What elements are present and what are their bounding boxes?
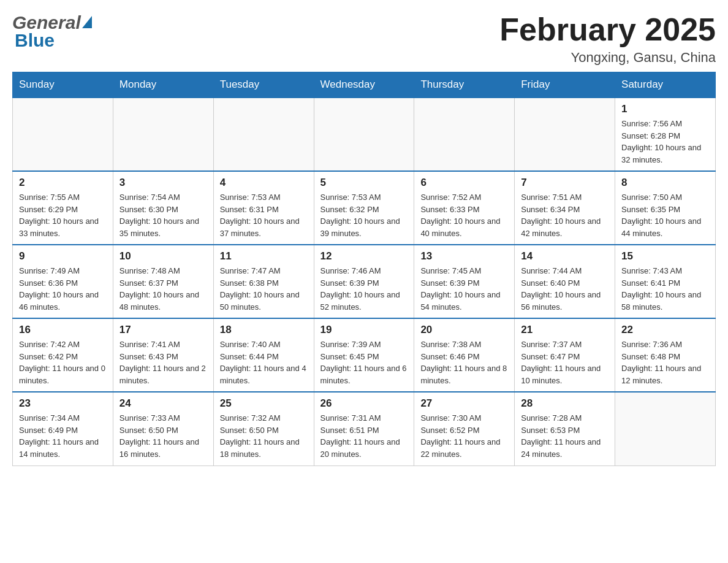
calendar-cell: 17Sunrise: 7:41 AM Sunset: 6:43 PM Dayli…: [113, 318, 213, 392]
title-block: February 2025 Yongxing, Gansu, China: [499, 12, 716, 66]
calendar-cell: 16Sunrise: 7:42 AM Sunset: 6:42 PM Dayli…: [13, 318, 113, 392]
day-number: 20: [420, 324, 508, 336]
calendar-cell: [515, 98, 615, 171]
day-number: 15: [621, 250, 709, 262]
calendar-cell: 25Sunrise: 7:32 AM Sunset: 6:50 PM Dayli…: [213, 392, 314, 465]
calendar-cell: 15Sunrise: 7:43 AM Sunset: 6:41 PM Dayli…: [615, 245, 716, 318]
calendar-cell: 3Sunrise: 7:54 AM Sunset: 6:30 PM Daylig…: [113, 171, 213, 245]
day-number: 16: [19, 324, 107, 336]
calendar-cell: [314, 98, 414, 171]
logo-triangle-icon: [82, 16, 92, 28]
day-number: 17: [119, 324, 207, 336]
day-info: Sunrise: 7:45 AM Sunset: 6:39 PM Dayligh…: [420, 265, 508, 313]
day-of-week-header: Sunday: [13, 72, 113, 98]
calendar-cell: 6Sunrise: 7:52 AM Sunset: 6:33 PM Daylig…: [414, 171, 515, 245]
day-info: Sunrise: 7:34 AM Sunset: 6:49 PM Dayligh…: [19, 412, 107, 460]
day-info: Sunrise: 7:50 AM Sunset: 6:35 PM Dayligh…: [621, 191, 709, 239]
calendar-cell: 14Sunrise: 7:44 AM Sunset: 6:40 PM Dayli…: [515, 245, 615, 318]
calendar-cell: 7Sunrise: 7:51 AM Sunset: 6:34 PM Daylig…: [515, 171, 615, 245]
subtitle: Yongxing, Gansu, China: [499, 50, 716, 66]
day-info: Sunrise: 7:44 AM Sunset: 6:40 PM Dayligh…: [521, 265, 609, 313]
main-title: February 2025: [499, 12, 716, 47]
logo: General Blue: [12, 12, 92, 51]
day-number: 27: [420, 397, 508, 410]
day-info: Sunrise: 7:39 AM Sunset: 6:45 PM Dayligh…: [320, 339, 408, 386]
day-info: Sunrise: 7:55 AM Sunset: 6:29 PM Dayligh…: [19, 191, 107, 239]
day-number: 22: [621, 324, 709, 336]
day-info: Sunrise: 7:42 AM Sunset: 6:42 PM Dayligh…: [19, 339, 107, 386]
day-number: 25: [220, 397, 308, 410]
day-info: Sunrise: 7:48 AM Sunset: 6:37 PM Dayligh…: [119, 265, 207, 313]
day-info: Sunrise: 7:38 AM Sunset: 6:46 PM Dayligh…: [420, 339, 508, 386]
calendar-cell: [615, 392, 716, 465]
calendar-week-row: 1Sunrise: 7:56 AM Sunset: 6:28 PM Daylig…: [13, 98, 716, 171]
day-number: 13: [420, 250, 508, 262]
calendar-cell: 2Sunrise: 7:55 AM Sunset: 6:29 PM Daylig…: [13, 171, 113, 245]
calendar-cell: [213, 98, 314, 171]
calendar-cell: 10Sunrise: 7:48 AM Sunset: 6:37 PM Dayli…: [113, 245, 213, 318]
day-info: Sunrise: 7:33 AM Sunset: 6:50 PM Dayligh…: [119, 412, 207, 460]
day-info: Sunrise: 7:47 AM Sunset: 6:38 PM Dayligh…: [220, 265, 308, 313]
day-info: Sunrise: 7:36 AM Sunset: 6:48 PM Dayligh…: [621, 339, 709, 386]
day-number: 3: [119, 177, 207, 189]
calendar-cell: 19Sunrise: 7:39 AM Sunset: 6:45 PM Dayli…: [314, 318, 414, 392]
day-info: Sunrise: 7:41 AM Sunset: 6:43 PM Dayligh…: [119, 339, 207, 386]
day-number: 28: [521, 397, 609, 410]
calendar-cell: 9Sunrise: 7:49 AM Sunset: 6:36 PM Daylig…: [13, 245, 113, 318]
day-number: 24: [119, 397, 207, 410]
calendar-week-row: 2Sunrise: 7:55 AM Sunset: 6:29 PM Daylig…: [13, 171, 716, 245]
day-number: 7: [521, 177, 609, 189]
day-info: Sunrise: 7:54 AM Sunset: 6:30 PM Dayligh…: [119, 191, 207, 239]
calendar-cell: 26Sunrise: 7:31 AM Sunset: 6:51 PM Dayli…: [314, 392, 414, 465]
calendar-cell: 24Sunrise: 7:33 AM Sunset: 6:50 PM Dayli…: [113, 392, 213, 465]
calendar-cell: 8Sunrise: 7:50 AM Sunset: 6:35 PM Daylig…: [615, 171, 716, 245]
day-of-week-header: Saturday: [615, 72, 716, 98]
day-info: Sunrise: 7:53 AM Sunset: 6:32 PM Dayligh…: [320, 191, 408, 239]
calendar-cell: 4Sunrise: 7:53 AM Sunset: 6:31 PM Daylig…: [213, 171, 314, 245]
day-number: 2: [19, 177, 107, 189]
day-info: Sunrise: 7:49 AM Sunset: 6:36 PM Dayligh…: [19, 265, 107, 313]
calendar-table: SundayMondayTuesdayWednesdayThursdayFrid…: [12, 72, 716, 466]
day-info: Sunrise: 7:51 AM Sunset: 6:34 PM Dayligh…: [521, 191, 609, 239]
calendar-cell: [113, 98, 213, 171]
day-number: 4: [220, 177, 308, 189]
day-of-week-header: Monday: [113, 72, 213, 98]
page-header: General Blue February 2025 Yongxing, Gan…: [12, 12, 716, 66]
day-of-week-header: Friday: [515, 72, 615, 98]
calendar-cell: 18Sunrise: 7:40 AM Sunset: 6:44 PM Dayli…: [213, 318, 314, 392]
day-number: 12: [320, 250, 408, 262]
day-number: 11: [220, 250, 308, 262]
day-number: 8: [621, 177, 709, 189]
day-number: 18: [220, 324, 308, 336]
day-number: 26: [320, 397, 408, 410]
calendar-week-row: 23Sunrise: 7:34 AM Sunset: 6:49 PM Dayli…: [13, 392, 716, 465]
calendar-cell: 27Sunrise: 7:30 AM Sunset: 6:52 PM Dayli…: [414, 392, 515, 465]
day-number: 21: [521, 324, 609, 336]
calendar-cell: 12Sunrise: 7:46 AM Sunset: 6:39 PM Dayli…: [314, 245, 414, 318]
day-info: Sunrise: 7:28 AM Sunset: 6:53 PM Dayligh…: [521, 412, 609, 460]
day-info: Sunrise: 7:40 AM Sunset: 6:44 PM Dayligh…: [220, 339, 308, 386]
day-info: Sunrise: 7:32 AM Sunset: 6:50 PM Dayligh…: [220, 412, 308, 460]
day-of-week-header: Tuesday: [213, 72, 314, 98]
calendar-cell: 20Sunrise: 7:38 AM Sunset: 6:46 PM Dayli…: [414, 318, 515, 392]
day-number: 23: [19, 397, 107, 410]
day-info: Sunrise: 7:37 AM Sunset: 6:47 PM Dayligh…: [521, 339, 609, 386]
day-number: 9: [19, 250, 107, 262]
day-info: Sunrise: 7:52 AM Sunset: 6:33 PM Dayligh…: [420, 191, 508, 239]
day-number: 14: [521, 250, 609, 262]
day-info: Sunrise: 7:53 AM Sunset: 6:31 PM Dayligh…: [220, 191, 308, 239]
calendar-cell: 28Sunrise: 7:28 AM Sunset: 6:53 PM Dayli…: [515, 392, 615, 465]
day-of-week-header: Thursday: [414, 72, 515, 98]
day-info: Sunrise: 7:46 AM Sunset: 6:39 PM Dayligh…: [320, 265, 408, 313]
calendar-cell: 5Sunrise: 7:53 AM Sunset: 6:32 PM Daylig…: [314, 171, 414, 245]
calendar-cell: 11Sunrise: 7:47 AM Sunset: 6:38 PM Dayli…: [213, 245, 314, 318]
calendar-week-row: 16Sunrise: 7:42 AM Sunset: 6:42 PM Dayli…: [13, 318, 716, 392]
calendar-cell: [414, 98, 515, 171]
day-of-week-header: Wednesday: [314, 72, 414, 98]
day-number: 19: [320, 324, 408, 336]
calendar-cell: [13, 98, 113, 171]
day-info: Sunrise: 7:56 AM Sunset: 6:28 PM Dayligh…: [621, 118, 709, 166]
logo-blue-text: Blue: [12, 30, 92, 51]
day-number: 10: [119, 250, 207, 262]
day-info: Sunrise: 7:31 AM Sunset: 6:51 PM Dayligh…: [320, 412, 408, 460]
